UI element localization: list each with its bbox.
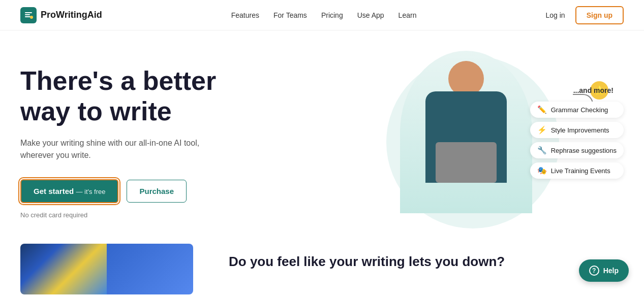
feature-pills: ✏️ Grammar Checking ⚡ Style Improvements…	[530, 102, 624, 179]
pill-style-label: Style Improvements	[551, 126, 609, 134]
image-panel-2	[107, 244, 193, 294]
pencil-icon: ✏️	[537, 105, 547, 114]
navbar: ProWritingAid Features For Teams Pricing…	[0, 0, 644, 30]
hero-title: There's a better way to write	[20, 66, 322, 127]
wrench-icon: 🔧	[537, 146, 547, 155]
bottom-left	[20, 244, 198, 294]
login-link[interactable]: Log in	[546, 11, 565, 19]
lightning-icon: ⚡	[537, 125, 547, 135]
get-started-button[interactable]: Get started — it's free	[20, 179, 118, 203]
help-label: Help	[603, 267, 619, 275]
nav-teams[interactable]: For Teams	[273, 11, 307, 20]
nav-features[interactable]: Features	[231, 11, 259, 20]
pill-rephrase-label: Rephrase suggestions	[551, 147, 617, 154]
pill-training: 🎭 Live Training Events	[530, 162, 624, 179]
pill-grammar: ✏️ Grammar Checking	[530, 102, 624, 118]
help-icon: ?	[589, 266, 599, 276]
logo-icon	[20, 7, 37, 23]
help-button[interactable]: ? Help	[579, 259, 629, 282]
and-more-label: ...and more!	[573, 86, 614, 94]
bottom-question: Do you feel like your writing lets you d…	[229, 254, 624, 270]
bottom-right: Do you feel like your writing lets you d…	[229, 244, 624, 270]
hero-subtitle: Make your writing shine with our all-in-…	[20, 137, 322, 161]
nav-use-app[interactable]: Use App	[357, 11, 384, 20]
signup-button[interactable]: Sign up	[575, 6, 624, 24]
brand-logo[interactable]: ProWritingAid	[20, 7, 102, 23]
person-laptop	[436, 142, 497, 183]
pill-style: ⚡ Style Improvements	[530, 122, 624, 138]
no-credit-text: No credit card required	[20, 211, 322, 219]
brand-name: ProWritingAid	[41, 10, 102, 20]
nav-links: Features For Teams Pricing Use App Learn	[231, 11, 417, 20]
theater-icon: 🎭	[537, 166, 547, 175]
pill-training-label: Live Training Events	[551, 167, 610, 175]
svg-rect-1	[25, 14, 30, 15]
image-panel-1	[20, 244, 107, 294]
nav-pricing[interactable]: Pricing	[321, 11, 343, 20]
bottom-section: Do you feel like your writing lets you d…	[0, 234, 644, 297]
hero-right: ⭐ ...and more! ✏️ Grammar Checking ⚡ Sty…	[322, 51, 624, 234]
nav-actions: Log in Sign up	[546, 6, 624, 24]
svg-rect-0	[25, 12, 32, 13]
nav-learn[interactable]: Learn	[398, 11, 417, 20]
hero-person-illustration	[400, 51, 532, 213]
hero-section: There's a better way to write Make your …	[0, 30, 644, 234]
pill-grammar-label: Grammar Checking	[551, 106, 608, 114]
free-label: — it's free	[76, 188, 105, 195]
bottom-image	[20, 244, 193, 294]
hero-left: There's a better way to write Make your …	[20, 51, 322, 234]
purchase-button[interactable]: Purchase	[127, 180, 187, 203]
pill-rephrase: 🔧 Rephrase suggestions	[530, 142, 624, 158]
svg-point-3	[30, 16, 33, 19]
hero-cta-group: Get started — it's free Purchase	[20, 179, 322, 203]
